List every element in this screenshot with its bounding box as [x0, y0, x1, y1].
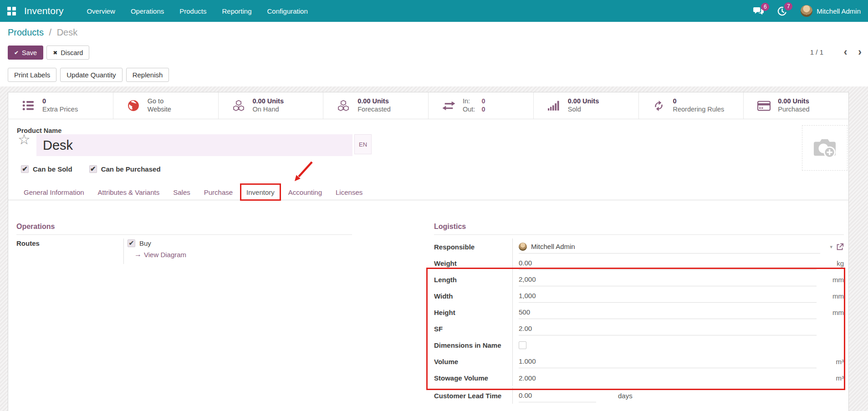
notebook-tabs: General Information Attributes & Variant… [8, 184, 848, 200]
pager-counter: 1 / 1 [810, 48, 823, 56]
height-input[interactable]: 500 [519, 305, 817, 319]
user-name: Mitchell Admin [817, 7, 861, 15]
user-menu[interactable]: Mitchell Admin [801, 5, 861, 17]
chart-bars-icon [546, 101, 561, 111]
messages-icon[interactable]: 6 [753, 7, 764, 15]
tab-attributes-variants[interactable]: Attributes & Variants [92, 184, 166, 200]
stat-label: On Hand [253, 106, 284, 114]
stowage-volume-label: Stowage Volume [434, 374, 512, 382]
volume-input[interactable]: 1.000 [519, 355, 817, 368]
width-row: Width 1,000 mm [434, 288, 844, 304]
stat-label: Reordering Rules [673, 106, 725, 114]
favorite-star-icon[interactable]: ☆ [18, 132, 31, 147]
responsible-label: Responsible [434, 243, 512, 251]
customer-lead-time-input[interactable]: 0.00 [519, 389, 596, 402]
print-labels-button[interactable]: Print Labels [8, 68, 56, 82]
external-link-icon[interactable] [836, 243, 844, 251]
tab-general-information[interactable]: General Information [17, 184, 91, 200]
discard-button[interactable]: ✖ Discard [46, 46, 89, 60]
width-input[interactable]: 1,000 [519, 289, 817, 303]
tab-inventory[interactable]: Inventory [240, 183, 281, 201]
stat-in-out[interactable]: In: 0 Out: 0 [429, 92, 534, 119]
length-row: Length 2,000 mm [434, 271, 844, 288]
stat-extra-prices[interactable]: 0 Extra Prices [8, 92, 113, 119]
pager-previous-icon[interactable]: ‹ [844, 46, 848, 58]
sf-input[interactable]: 2.00 [519, 322, 817, 335]
logistics-title: Logistics [434, 223, 844, 235]
save-button[interactable]: ✔ Save [8, 46, 43, 60]
user-avatar [801, 5, 812, 17]
dropdown-caret-icon[interactable]: ▾ [830, 244, 832, 250]
width-unit: mm [817, 292, 844, 300]
stat-label: Forecasted [357, 106, 391, 114]
save-check-icon: ✔ [14, 50, 19, 56]
nav-item-products[interactable]: Products [172, 0, 214, 22]
breadcrumb-products-link[interactable]: Products [8, 27, 44, 37]
dimensions-in-name-checkbox[interactable] [519, 341, 526, 349]
stat-reordering-rules[interactable]: 0 Reordering Rules [639, 92, 744, 119]
responsible-avatar [519, 243, 527, 251]
stat-on-hand[interactable]: 0.00 Units On Hand [219, 92, 324, 119]
update-quantity-button[interactable]: Update Quantity [60, 68, 122, 82]
dimensions-in-name-row: Dimensions in Name [434, 337, 844, 353]
stat-button-row: 0 Extra Prices Go to Website 0.00 Units … [8, 92, 848, 119]
can-be-sold-checkbox[interactable]: ✔ [21, 165, 29, 173]
tab-sales[interactable]: Sales [167, 184, 197, 200]
width-label: Width [434, 292, 512, 300]
save-label: Save [22, 49, 37, 56]
routes-label: Routes [16, 238, 123, 264]
discard-x-icon: ✖ [53, 50, 57, 56]
nav-item-configuration[interactable]: Configuration [260, 0, 316, 22]
nav-item-overview[interactable]: Overview [79, 0, 123, 22]
top-navbar: Inventory Overview Operations Products R… [0, 0, 868, 22]
route-buy-checkbox[interactable]: ✔ [128, 239, 135, 247]
product-name-input[interactable]: Desk [36, 134, 352, 156]
stat-sold[interactable]: 0.00 Units Sold [534, 92, 639, 119]
product-image-placeholder[interactable] [802, 125, 848, 171]
breadcrumb-current: Desk [57, 27, 78, 37]
language-badge[interactable]: EN [354, 134, 372, 154]
stat-label: Website [148, 106, 171, 114]
replenish-button[interactable]: Replenish [126, 68, 169, 82]
weight-row: Weight 0.00 kg [434, 255, 844, 271]
refresh-icon [652, 100, 666, 112]
app-name[interactable]: Inventory [24, 5, 63, 16]
stat-value: 0.00 Units [568, 97, 599, 106]
stat-go-to-website[interactable]: Go to Website [113, 92, 219, 119]
view-diagram-link[interactable]: → View Diagram [134, 250, 352, 259]
can-be-purchased-label: Can be Purchased [101, 165, 161, 173]
weight-input[interactable]: 0.00 [519, 256, 817, 270]
can-be-purchased-checkbox[interactable]: ✔ [89, 165, 97, 173]
customer-lead-time-unit: days [618, 392, 633, 400]
logistics-group: Logistics Responsible Mitchell Admin ▾ [434, 223, 844, 404]
weight-label: Weight [434, 259, 512, 267]
height-row: Height 500 mm [434, 304, 844, 320]
tab-purchase[interactable]: Purchase [198, 184, 239, 200]
content-background: 0 Extra Prices Go to Website 0.00 Units … [0, 86, 868, 411]
breadcrumb-separator: / [49, 27, 52, 37]
stat-forecasted[interactable]: 0.00 Units Forecasted [323, 92, 429, 119]
stat-in-label: In: [463, 97, 475, 106]
sf-row: SF 2.00 [434, 320, 844, 337]
weight-unit: kg [817, 259, 844, 267]
activities-icon[interactable]: 7 [777, 6, 787, 16]
stat-purchased[interactable]: 0.00 Units Purchased [744, 92, 848, 119]
sf-label: SF [434, 325, 512, 333]
nav-item-reporting[interactable]: Reporting [214, 0, 259, 22]
nav-item-operations[interactable]: Operations [123, 0, 172, 22]
pager-next-icon[interactable]: › [858, 46, 862, 58]
volume-unit: m³ [817, 358, 844, 365]
breadcrumb: Products / Desk [8, 27, 77, 38]
responsible-field[interactable]: Mitchell Admin [519, 240, 820, 254]
stat-value: 0.00 Units [778, 97, 809, 106]
tab-licenses[interactable]: Licenses [329, 184, 369, 200]
can-be-sold-label: Can be Sold [33, 165, 72, 173]
length-input[interactable]: 2,000 [519, 273, 817, 286]
dimensions-in-name-label: Dimensions in Name [434, 341, 512, 349]
stowage-volume-value: 2.000 [519, 371, 817, 385]
cubes-icon [231, 100, 246, 112]
stat-value: 0.00 Units [253, 97, 284, 106]
cubes-icon [336, 100, 351, 112]
apps-grid-icon[interactable] [7, 7, 16, 15]
tab-accounting[interactable]: Accounting [282, 184, 328, 200]
